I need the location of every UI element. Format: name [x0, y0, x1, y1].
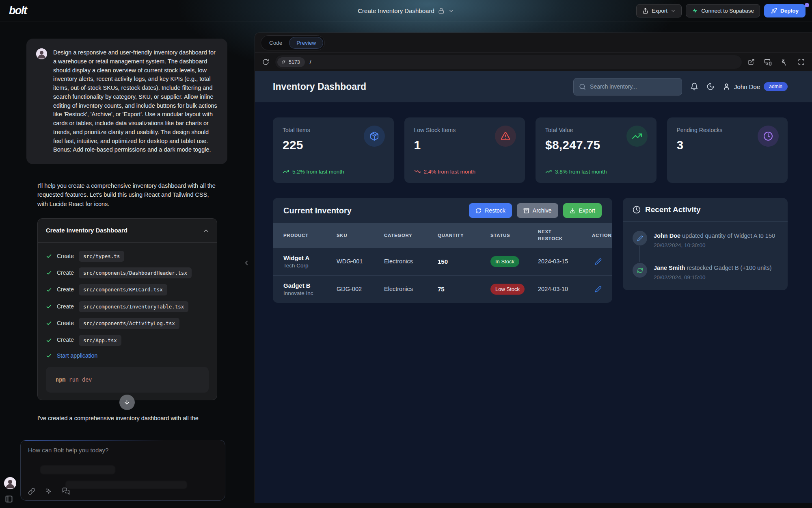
- collapse-chat-chevron-icon[interactable]: [243, 259, 250, 267]
- start-application-step[interactable]: Start application: [46, 352, 209, 360]
- file-chip[interactable]: src/types.ts: [79, 251, 124, 262]
- command-binary: npm: [56, 376, 65, 383]
- artifact-step: Create src/components/DashboardHeader.ts…: [46, 267, 209, 278]
- refresh-icon: [475, 208, 482, 214]
- chevron-down-icon[interactable]: [449, 8, 454, 14]
- package-icon: [364, 126, 385, 147]
- account-avatar[interactable]: [4, 477, 16, 489]
- user-menu[interactable]: John Doe admin: [723, 82, 788, 91]
- edit-pencil-icon[interactable]: [595, 258, 602, 265]
- address-bar[interactable]: 5173 /: [275, 55, 742, 69]
- project-title-dropdown[interactable]: Create Inventory Dashboard: [358, 7, 454, 14]
- blurred-text: [65, 481, 187, 489]
- kpi-trend: 3.8% from last month: [545, 168, 607, 175]
- reload-icon[interactable]: [262, 59, 269, 65]
- activity-text: John Doe updated quantity of Widget A to…: [654, 231, 775, 240]
- supabase-bolt-icon: [692, 8, 698, 14]
- chevron-up-icon[interactable]: [195, 219, 217, 242]
- edit-pencil-icon[interactable]: [595, 286, 602, 293]
- sku-cell: GDG-002: [337, 286, 384, 292]
- user-message: Design a responsive and user-friendly in…: [26, 39, 227, 164]
- chevron-down-icon: [671, 9, 676, 13]
- url-path[interactable]: /: [310, 59, 737, 65]
- quantity-cell[interactable]: 75: [438, 286, 490, 293]
- sku-cell: WDG-001: [337, 258, 384, 265]
- sidebar-toggle-icon[interactable]: [5, 495, 13, 503]
- kpi-cards: Total Items 225 5.2% from last month Low…: [273, 117, 788, 183]
- recent-activity-header: Recent Activity: [623, 198, 788, 222]
- dashboard-lower-section: Current Inventory Restock Archive: [273, 198, 788, 303]
- chat-panel: Design a responsive and user-friendly in…: [26, 39, 227, 508]
- activity-timestamp: 20/02/2024, 10:30:00: [654, 242, 775, 248]
- preview-controls: [748, 58, 805, 66]
- table-header: PRODUCT SKU CATEGORY QUANTITY STATUS NEX…: [273, 223, 612, 248]
- connect-supabase-button[interactable]: Connect to Supabase: [686, 4, 760, 17]
- file-chip[interactable]: src/components/DashboardHeader.tsx: [79, 267, 192, 278]
- status-badge: In Stock: [490, 256, 519, 267]
- dark-mode-toggle-moon-icon[interactable]: [706, 82, 715, 91]
- topbar-actions: Export Connect to Supabase Deploy: [636, 4, 806, 17]
- file-chip[interactable]: src/components/InventoryTable.tsx: [79, 301, 188, 312]
- check-icon: [46, 337, 52, 343]
- dashboard-header: Inventory Dashboard John Doe admin: [255, 71, 812, 102]
- kpi-card-total-items: Total Items 225 5.2% from last month: [273, 117, 394, 183]
- activity-text: Jane Smith restocked Gadget B (+100 unit…: [654, 263, 772, 272]
- command-args: run dev: [65, 376, 92, 383]
- tab-preview[interactable]: Preview: [289, 37, 323, 49]
- notification-dot: [805, 3, 809, 7]
- file-chip[interactable]: src/components/KPICard.tsx: [79, 284, 167, 295]
- start-application-label: Start application: [57, 352, 97, 360]
- artifact-card: Create Inventory Dashboard Create src/ty…: [37, 218, 217, 400]
- trending-up-icon: [283, 168, 289, 175]
- dashboard-main: Total Items 225 5.2% from last month Low…: [255, 102, 812, 303]
- plug-icon: [281, 59, 287, 65]
- private-lock-icon: [438, 8, 445, 14]
- top-bar: bolt Create Inventory Dashboard Export C…: [0, 0, 812, 22]
- deploy-button[interactable]: Deploy: [764, 4, 806, 17]
- user-name: John Doe: [734, 83, 760, 90]
- search-input[interactable]: [590, 83, 676, 90]
- file-chip[interactable]: src/App.tsx: [79, 335, 121, 346]
- chat-input-toolbar: [28, 487, 70, 495]
- category-cell: Electronics: [384, 286, 438, 292]
- kpi-card-pending-restocks: Pending Restocks 3: [667, 117, 788, 183]
- export-button[interactable]: Export: [636, 4, 682, 17]
- link-icon[interactable]: [28, 488, 35, 495]
- clock-icon: [758, 126, 779, 147]
- terminal-command-block: npm run dev: [46, 367, 209, 393]
- editor-tabs: Code Preview: [255, 33, 812, 52]
- tab-code[interactable]: Code: [262, 37, 289, 48]
- open-in-new-tab-icon[interactable]: [748, 59, 755, 65]
- restock-button[interactable]: Restock: [469, 203, 512, 218]
- rocket-icon: [771, 8, 777, 14]
- bell-icon[interactable]: [690, 82, 698, 91]
- check-icon: [46, 287, 52, 293]
- scroll-down-button[interactable]: [119, 395, 135, 410]
- chat-bubbles-icon[interactable]: [62, 487, 70, 495]
- user-prompt-text: Design a responsive and user-friendly in…: [53, 48, 218, 154]
- inspect-cursor-icon[interactable]: [781, 59, 788, 66]
- fullscreen-icon[interactable]: [798, 59, 805, 65]
- port-badge[interactable]: 5173: [277, 57, 305, 67]
- kpi-card-low-stock: Low Stock Items 1 2.4% from last month: [404, 117, 525, 183]
- quantity-cell[interactable]: 150: [438, 258, 490, 265]
- next-restock-cell: 2024-03-15: [538, 258, 592, 265]
- inventory-card-header: Current Inventory Restock Archive: [273, 198, 612, 223]
- project-title: Create Inventory Dashboard: [358, 7, 434, 14]
- artifact-step: Create src/components/ActivityLog.tsx: [46, 318, 209, 329]
- artifact-steps: Create src/types.ts Create src/component…: [38, 243, 217, 400]
- export-csv-button[interactable]: Export: [563, 203, 602, 218]
- chat-input[interactable]: [21, 440, 225, 467]
- file-chip[interactable]: src/components/ActivityLog.tsx: [79, 318, 179, 329]
- sparkles-icon[interactable]: [45, 488, 52, 495]
- user-avatar: [36, 48, 47, 59]
- activity-timeline: John Doe updated quantity of Widget A to…: [623, 222, 788, 290]
- next-restock-cell: 2024-03-10: [538, 286, 592, 292]
- artifact-header[interactable]: Create Inventory Dashboard: [38, 219, 217, 242]
- share-icon: [642, 8, 648, 14]
- bolt-logo[interactable]: bolt: [6, 4, 26, 17]
- activity-item: Jane Smith restocked Gadget B (+100 unit…: [633, 263, 778, 280]
- archive-button[interactable]: Archive: [517, 203, 558, 218]
- archive-icon: [523, 208, 529, 214]
- devices-icon[interactable]: [764, 58, 772, 66]
